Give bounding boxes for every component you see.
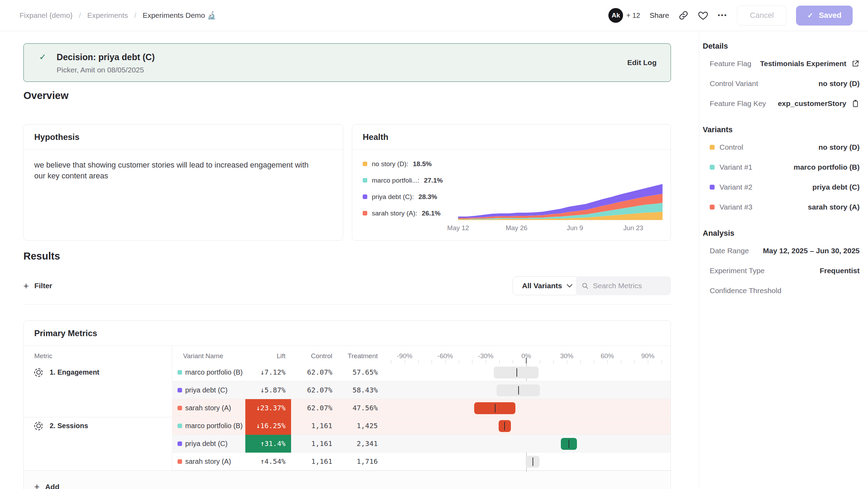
variant-swatch — [710, 185, 715, 190]
legend-item: marco portfoli...: 27.1% — [363, 175, 443, 185]
breadcrumb-separator: / — [79, 11, 81, 20]
overview-heading: Overview — [23, 90, 68, 101]
variant-swatch — [178, 370, 182, 375]
chevron-down-icon — [567, 284, 572, 288]
treatment-value: 2,341 — [335, 435, 378, 453]
metric-target-icon — [34, 368, 43, 377]
side-row-label: Date Range — [710, 247, 749, 255]
confidence-interval-midpoint — [504, 422, 505, 430]
health-title: Health — [352, 125, 671, 150]
hypothesis-body: we believe that showing customer stories… — [24, 150, 324, 191]
variant-row: Variant #3sarah story (A) — [703, 197, 860, 217]
confidence-interval-midpoint — [516, 368, 517, 377]
variant-swatch — [178, 424, 182, 428]
variant-name: marco portfolio (B) — [185, 422, 243, 430]
saved-button[interactable]: ✓ Saved — [796, 6, 853, 26]
variants-filter-dropdown[interactable]: All Variants — [513, 276, 580, 295]
search-metrics-input[interactable] — [593, 282, 665, 290]
axis-minor-tick — [553, 360, 554, 363]
header-actions: Ak + 12 Share ••• Cancel ✓ Saved — [608, 6, 853, 26]
lift-value: ↓5.87% — [219, 381, 285, 399]
axis-minor-tick — [472, 360, 472, 363]
results-heading: Results — [23, 250, 60, 262]
side-row-label: Feature Flag — [710, 59, 751, 68]
share-button[interactable]: Share — [650, 11, 669, 20]
x-axis-label: Jun 9 — [567, 224, 583, 232]
axis-minor-tick — [499, 360, 500, 363]
x-axis-label: May 26 — [506, 224, 527, 232]
metric-target-icon — [34, 422, 43, 430]
check-icon: ✓ — [807, 11, 813, 20]
details-sidebar: Details Feature FlagTestimonials Experim… — [699, 31, 868, 489]
axis-minor-tick — [432, 360, 432, 363]
x-axis-label: May 12 — [447, 224, 469, 232]
copy-icon[interactable] — [851, 99, 860, 108]
avatar[interactable]: Ak — [608, 8, 623, 23]
legend-swatch — [363, 178, 367, 183]
side-row-value: Frequentist — [820, 267, 860, 275]
treatment-value: 1,716 — [335, 453, 378, 470]
variant-swatch — [710, 145, 715, 150]
search-metrics-box — [576, 276, 671, 295]
edit-log-button[interactable]: Edit Log — [627, 58, 657, 67]
axis-minor-tick — [391, 360, 391, 363]
external-link-icon[interactable] — [851, 59, 860, 68]
search-icon — [581, 282, 589, 290]
health-legend: no story (D): 18.5%marco portfoli...: 27… — [363, 159, 443, 218]
sidebar-section-analysis: Analysis Date RangeMay 12, 2025 – Jun 30… — [703, 229, 860, 300]
side-row-label: Feature Flag Key — [710, 99, 766, 108]
link-icon[interactable] — [679, 10, 688, 20]
axis-minor-tick — [580, 360, 581, 363]
col-header-lift: Lift — [219, 352, 285, 360]
variant-row: Variant #2priya debt (C) — [703, 177, 860, 197]
add-metric-button[interactable]: + Add — [34, 481, 59, 489]
treatment-value: 1,425 — [335, 417, 378, 435]
breadcrumb-project[interactable]: Fixpanel {demo} — [20, 11, 73, 20]
cancel-button[interactable]: Cancel — [737, 6, 787, 26]
axis-tick-label: -60% — [437, 352, 453, 360]
metric-name: 2. Sessions — [50, 422, 88, 430]
hypothesis-title: Hypothesis — [24, 125, 343, 150]
confidence-interval-midpoint — [569, 440, 569, 448]
axis-minor-tick — [634, 360, 635, 363]
collaborators-count[interactable]: + 12 — [626, 12, 640, 20]
divider — [23, 304, 671, 305]
variant-name: priya debt (C) — [185, 440, 227, 448]
side-row-label: Variant #3 — [710, 203, 752, 211]
legend-item: sarah story (A): 26.1% — [363, 208, 443, 218]
legend-value: 26.1% — [422, 210, 441, 217]
axis-minor-tick — [567, 360, 567, 363]
decision-banner: ✓ Decision: priya debt (C) Picker, Amit … — [23, 43, 671, 82]
legend-item: priya debt (C): 28.3% — [363, 192, 443, 202]
control-value: 1,161 — [289, 417, 332, 435]
control-value: 62.07% — [289, 363, 332, 381]
axis-minor-tick — [405, 360, 405, 363]
detail-row: Control Variantno story (D) — [703, 73, 860, 93]
lift-value-significant: ↑31.4% — [245, 435, 291, 453]
main-content: ✓ Decision: priya debt (C) Picker, Amit … — [0, 31, 699, 489]
legend-value: 27.1% — [424, 177, 443, 184]
legend-swatch — [363, 211, 367, 215]
side-row-value: priya debt (C) — [812, 183, 860, 191]
filter-button[interactable]: + Filter — [23, 276, 52, 296]
confidence-interval-bar — [494, 367, 538, 378]
filter-label: Filter — [34, 282, 52, 290]
health-chart — [458, 183, 663, 220]
metric-cell: 2. Sessions — [34, 417, 88, 435]
more-menu-icon[interactable]: ••• — [718, 12, 728, 19]
analysis-heading: Analysis — [703, 229, 860, 238]
metric-cell: 1. Engagement — [34, 363, 99, 381]
breadcrumb-experiments[interactable]: Experiments — [87, 11, 128, 20]
favorite-heart-icon[interactable] — [698, 10, 708, 21]
page-title: Experiments Demo 🔬 — [143, 11, 216, 20]
side-row-label: Variant #1 — [710, 163, 752, 171]
confidence-interval-midpoint — [518, 386, 519, 395]
axis-minor-tick — [445, 360, 446, 363]
plus-icon: + — [23, 281, 29, 291]
variants-heading: Variants — [703, 125, 860, 134]
side-row-value: exp_customerStory — [778, 99, 860, 108]
axis-tick-label: 90% — [641, 352, 654, 360]
axis-minor-tick — [459, 360, 459, 363]
primary-metrics-table: Metric Variant Name Lift Control Treatme… — [24, 321, 671, 489]
side-row-label: Confidence Threshold — [710, 286, 781, 295]
